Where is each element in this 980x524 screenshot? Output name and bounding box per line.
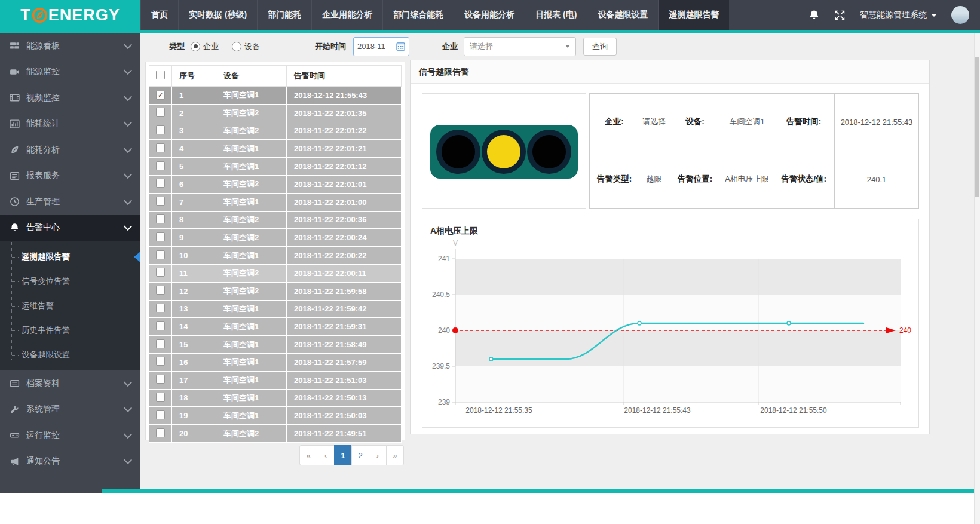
table-row[interactable]: 17车间空调12018-11-22 21:51:03 — [149, 371, 402, 389]
sidebar-item[interactable]: 报表服务 — [0, 163, 140, 189]
sidebar-item[interactable]: 能耗统计 — [0, 111, 140, 137]
sidebar-subitem[interactable]: 信号变位告警 — [0, 269, 140, 293]
page-2-button[interactable]: 2 — [351, 445, 369, 465]
table-row[interactable]: 5车间空调12018-11-22 22:01:12 — [149, 158, 402, 176]
row-checkbox[interactable] — [156, 108, 165, 117]
sidebar-subitem[interactable]: 运维告警 — [0, 293, 140, 318]
nav-item[interactable]: 部门综合能耗 — [382, 0, 454, 30]
table-row[interactable]: 16车间空调12018-11-22 21:57:59 — [149, 353, 402, 371]
nav-item[interactable]: 企业用能分析 — [311, 0, 382, 30]
nav-item[interactable]: 部门能耗 — [257, 0, 311, 30]
sidebar-item[interactable]: 能源监控 — [0, 59, 140, 85]
row-checkbox[interactable] — [156, 321, 165, 330]
sidebar-subitem[interactable]: 设备越限设置 — [0, 342, 140, 367]
row-checkbox[interactable] — [156, 286, 165, 295]
radio-option-device[interactable]: 设备 — [232, 41, 260, 52]
row-checkbox[interactable] — [156, 304, 165, 312]
sidebar-subitem[interactable]: 遥测越限告警 — [0, 244, 140, 269]
row-checkbox[interactable] — [156, 357, 165, 366]
row-checkbox[interactable] — [156, 428, 165, 437]
row-checkbox[interactable] — [156, 197, 165, 206]
fullscreen-icon[interactable] — [834, 10, 846, 21]
nav-item[interactable]: 遥测越限告警 — [658, 0, 729, 30]
row-checkbox[interactable] — [156, 410, 165, 419]
query-button[interactable]: 查询 — [583, 38, 617, 56]
drive-icon — [10, 430, 20, 440]
row-checkbox[interactable] — [156, 161, 165, 170]
table-row[interactable]: 14车间空调12018-11-22 21:59:31 — [149, 318, 402, 336]
row-checkbox[interactable] — [156, 214, 165, 223]
row-checkbox[interactable] — [156, 143, 165, 152]
row-checkbox[interactable] — [156, 268, 165, 277]
scrollbar-track[interactable] — [974, 30, 980, 524]
table-row[interactable]: 18车间空调12018-11-22 21:50:13 — [149, 389, 402, 407]
sidebar-item[interactable]: 运行监控 — [0, 422, 140, 449]
nav-item[interactable]: 实时数据 (秒级) — [178, 0, 257, 30]
table-row[interactable]: 10车间空调12018-11-22 22:00:22 — [149, 247, 402, 265]
table-row[interactable]: 8车间空调22018-11-22 22:00:36 — [149, 211, 402, 229]
sidebar-item[interactable]: 能源看板 — [0, 33, 140, 59]
sidebar-item[interactable]: 能耗分析 — [0, 137, 140, 163]
table-row[interactable]: 13车间空调12018-11-22 21:59:42 — [149, 300, 402, 318]
calendar-icon[interactable] — [396, 42, 405, 51]
page-first-button[interactable]: « — [299, 445, 317, 465]
nav-item[interactable]: 首页 — [140, 0, 178, 30]
app-logo[interactable]: T ENERGY — [0, 0, 140, 30]
row-time: 2018-11-22 21:50:03 — [287, 407, 402, 425]
nav-item[interactable]: 设备越限设置 — [587, 0, 658, 30]
radio-label: 企业 — [203, 41, 219, 52]
system-name-menu[interactable]: 智慧能源管理系统 — [860, 10, 937, 20]
chevron-down-icon — [124, 118, 132, 127]
sidebar-item[interactable]: 生产管理 — [0, 189, 140, 215]
sidebar-item[interactable]: 视频监控 — [0, 85, 140, 111]
table-row[interactable]: 19车间空调12018-11-22 21:50:03 — [149, 407, 402, 425]
chevron-down-icon — [124, 378, 132, 387]
sidebar-item-label: 报表服务 — [26, 170, 125, 181]
page-1-button[interactable]: 1 — [334, 445, 352, 465]
table-row[interactable]: 15车间空调12018-11-22 21:58:49 — [149, 336, 402, 354]
row-checkbox[interactable] — [156, 339, 165, 348]
sidebar-item[interactable]: 通知公告 — [0, 449, 140, 475]
notification-bell-icon[interactable] — [808, 10, 820, 21]
row-checkbox[interactable] — [156, 375, 165, 384]
row-checkbox[interactable]: ✓ — [156, 91, 165, 100]
sidebar-item[interactable]: 档案资料 — [0, 370, 140, 397]
folder-icon — [10, 378, 20, 388]
sidebar-item-label: 告警中心 — [26, 222, 125, 233]
nav-item[interactable]: 设备用能分析 — [454, 0, 525, 30]
bar-chart-icon — [10, 119, 20, 129]
radio-option-enterprise[interactable]: 企业 — [191, 41, 219, 52]
page-next-button[interactable]: › — [369, 445, 387, 465]
nav-item[interactable]: 日报表 (电) — [525, 0, 587, 30]
radio-device[interactable] — [232, 42, 241, 51]
enterprise-select[interactable]: 请选择 — [464, 37, 576, 56]
table-row[interactable]: 9车间空调22018-11-22 22:00:24 — [149, 229, 402, 247]
select-all-checkbox[interactable] — [156, 71, 165, 79]
page-last-button[interactable]: » — [386, 445, 404, 465]
sidebar-subitem[interactable]: 历史事件告警 — [0, 318, 140, 342]
table-row[interactable]: 3车间空调22018-11-22 22:01:22 — [149, 122, 402, 140]
row-checkbox[interactable] — [156, 393, 165, 402]
page-prev-button[interactable]: ‹ — [317, 445, 335, 465]
row-checkbox[interactable] — [156, 179, 165, 188]
table-row[interactable]: 11车间空调22018-11-22 22:00:11 — [149, 264, 402, 282]
table-row[interactable]: 12车间空调22018-11-22 21:59:58 — [149, 282, 402, 300]
row-no: 14 — [172, 318, 216, 336]
row-checkbox[interactable] — [156, 232, 165, 241]
chevron-down-icon — [124, 430, 132, 439]
row-no: 18 — [172, 389, 216, 407]
start-time-input[interactable]: 2018-11 — [353, 37, 409, 56]
sidebar-item[interactable]: 系统管理 — [0, 397, 140, 423]
scrollbar-thumb[interactable] — [975, 57, 979, 197]
avatar[interactable] — [951, 6, 969, 24]
table-row[interactable]: 2车间空调22018-11-22 22:01:35 — [149, 104, 402, 122]
row-checkbox[interactable] — [156, 125, 165, 134]
row-checkbox[interactable] — [156, 250, 165, 259]
table-row[interactable]: 6车间空调22018-11-22 22:01:01 — [149, 175, 402, 193]
radio-enterprise[interactable] — [191, 42, 200, 51]
table-row[interactable]: ✓1车间空调12018-12-12 21:55:43 — [149, 87, 402, 105]
sidebar-item[interactable]: 告警中心 — [0, 215, 140, 241]
table-row[interactable]: 4车间空调12018-11-22 22:01:21 — [149, 140, 402, 158]
table-row[interactable]: 20车间空调22018-11-22 21:49:51 — [149, 425, 402, 443]
table-row[interactable]: 7车间空调12018-11-22 22:01:00 — [149, 193, 402, 211]
